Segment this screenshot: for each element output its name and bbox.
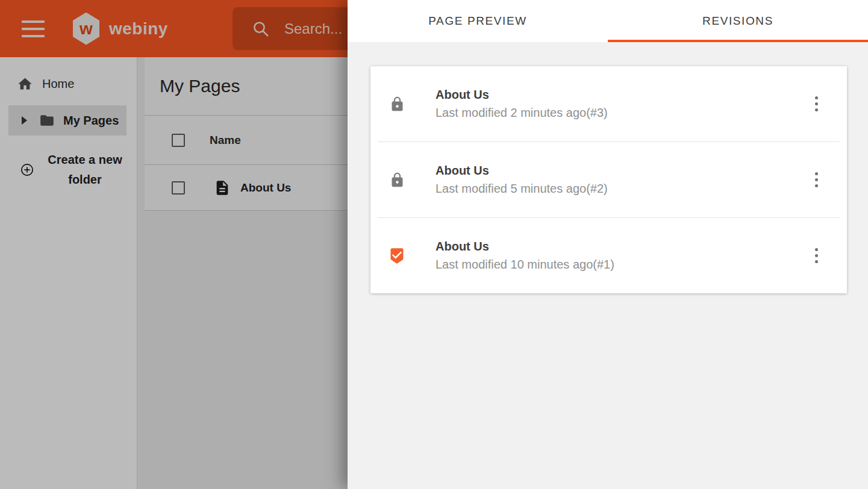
kebab-dot [815, 260, 818, 263]
tab-label: PAGE PREVIEW [428, 14, 527, 28]
kebab-dot [815, 108, 818, 111]
screen: w webiny Home [0, 0, 868, 489]
active-tab-indicator [608, 40, 868, 42]
revision-options-button[interactable] [806, 243, 826, 269]
tab-page-preview[interactable]: PAGE PREVIEW [348, 0, 608, 42]
lock-icon [389, 171, 405, 189]
kebab-dot [815, 96, 818, 99]
published-check-badge-icon [389, 247, 405, 265]
revision-title: About Us [436, 240, 614, 254]
revision-title: About Us [436, 164, 608, 178]
revisions-panel: About Us Last modified 2 minutes ago(#3) [348, 42, 868, 489]
page-details-drawer: PAGE PREVIEW REVISIONS About Us [348, 0, 868, 489]
revision-list-item[interactable]: About Us Last modified 5 minutes ago(#2) [370, 142, 847, 217]
revision-meta: Last modified 5 minutes ago(#2) [436, 182, 608, 196]
tab-revisions[interactable]: REVISIONS [608, 0, 868, 42]
drawer-tab-bar: PAGE PREVIEW REVISIONS [348, 0, 868, 42]
revision-list-item[interactable]: About Us Last modified 2 minutes ago(#3) [370, 66, 847, 142]
kebab-dot [815, 178, 818, 181]
kebab-dot [815, 184, 818, 187]
revisions-card: About Us Last modified 2 minutes ago(#3) [370, 66, 847, 293]
revision-options-button[interactable] [806, 91, 826, 117]
lock-icon [389, 95, 405, 113]
revision-list-item[interactable]: About Us Last modified 10 minutes ago(#1… [370, 218, 847, 293]
revision-meta: Last modified 2 minutes ago(#3) [436, 106, 608, 120]
kebab-dot [815, 254, 818, 257]
kebab-dot [815, 102, 818, 105]
kebab-dot [815, 172, 818, 175]
revision-meta: Last modified 10 minutes ago(#1) [436, 258, 614, 272]
kebab-dot [815, 248, 818, 251]
revision-title: About Us [436, 88, 608, 102]
tab-label: REVISIONS [702, 14, 773, 28]
revision-options-button[interactable] [806, 167, 826, 193]
